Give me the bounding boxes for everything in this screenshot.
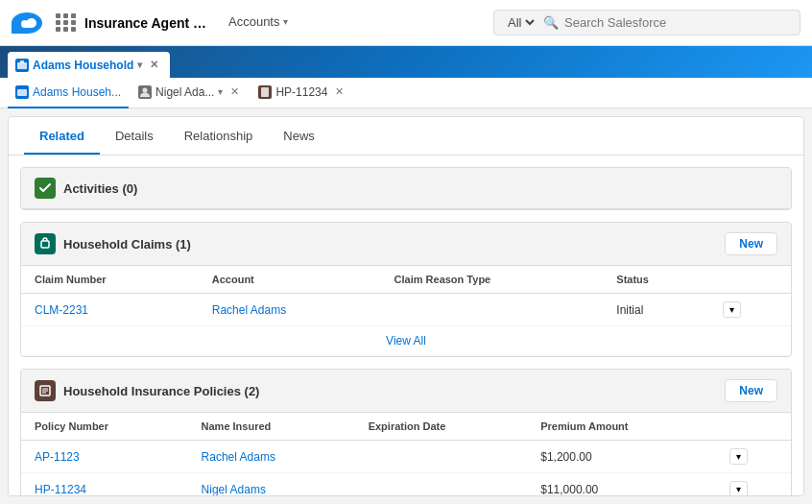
activities-section: Activities (0)	[20, 167, 792, 210]
household-insurance-policies-section: Household Insurance Policies (2) New Pol…	[20, 369, 792, 496]
household-claims-title: Household Claims (1)	[63, 237, 725, 252]
col-name-insured: Name Insured	[188, 413, 355, 441]
household-insurance-policies-new-button[interactable]: New	[725, 379, 777, 402]
svg-rect-1	[17, 62, 27, 69]
sub-tab-adams-household-label: Adams Househ...	[33, 85, 121, 99]
sub-tab-policy-icon	[258, 85, 272, 99]
table-row: HP-11234 Nigel Adams $11,000.00 ▾	[21, 473, 791, 497]
policy-premium-amount-0: $1,200.00	[527, 441, 716, 473]
household-claims-new-button[interactable]: New	[725, 232, 777, 255]
svg-rect-4	[17, 89, 27, 96]
nav-tab-accounts-chevron: ▾	[283, 16, 288, 27]
tab-related[interactable]: Related	[24, 117, 100, 155]
policy-number-link-0[interactable]: AP-1123	[35, 450, 80, 464]
sub-tab-hp-11234-close[interactable]: ✕	[333, 85, 346, 98]
svg-rect-8	[261, 87, 269, 97]
household-claims-section: Household Claims (1) New Claim Number Ac…	[20, 222, 792, 357]
policy-name-insured-link-1[interactable]: Nigel Adams	[202, 483, 266, 496]
claim-account-link[interactable]: Rachel Adams	[212, 303, 286, 317]
table-row: AP-1123 Rachel Adams $1,200.00 ▾	[21, 441, 791, 473]
claim-number-link[interactable]: CLM-2231	[35, 303, 88, 317]
household-insurance-policies-header: Household Insurance Policies (2) New	[21, 370, 791, 413]
table-row: CLM-2231 Rachel Adams Initial ▾	[21, 294, 791, 326]
sub-tab-person-icon	[138, 85, 152, 99]
activities-title: Activities (0)	[63, 181, 777, 196]
tab-relationship[interactable]: Relationship	[169, 117, 269, 155]
col-status: Status	[603, 266, 709, 294]
record-tab-close[interactable]: ✕	[148, 59, 160, 71]
sub-tab-adams-household[interactable]: Adams Househ...	[8, 78, 129, 108]
sub-tab-nigel-adams[interactable]: Nigel Ada... ▾ ✕	[131, 78, 249, 108]
sub-tab-household-icon	[15, 85, 29, 99]
content-tabs: Related Details Relationship News	[9, 117, 803, 156]
policy-number-link-1[interactable]: HP-11234	[35, 483, 86, 496]
sub-tab-hp-11234-label: HP-11234	[275, 85, 327, 99]
policy-expiration-date-1	[355, 473, 528, 497]
search-bar: All 🔍	[493, 10, 800, 36]
top-navigation: Insurance Agent C... Accounts ▾ All 🔍	[0, 0, 812, 46]
activities-header: Activities (0)	[21, 168, 791, 209]
policy-name-insured-link-0[interactable]: Rachel Adams	[202, 450, 275, 464]
tab-details[interactable]: Details	[100, 117, 169, 155]
search-scope-select[interactable]: All	[504, 14, 537, 31]
col-account: Account	[199, 266, 381, 294]
sub-tab-nigel-adams-label: Nigel Ada...	[155, 85, 214, 99]
col-claim-reason-type: Claim Reason Type	[381, 266, 604, 294]
claim-reason-type	[381, 294, 604, 326]
household-claims-view-all-row: View All	[21, 326, 791, 356]
household-claims-icon	[35, 233, 56, 254]
col-actions	[709, 266, 791, 294]
svg-point-6	[143, 87, 148, 92]
sub-tabs-bar: Adams Househ... Nigel Ada... ▾ ✕ HP-1123…	[0, 78, 812, 108]
nav-tab-accounts[interactable]: Accounts ▾	[219, 0, 298, 46]
record-tab-adams-household-label: Adams Household	[33, 59, 133, 72]
waffle-icon[interactable]	[56, 13, 75, 33]
nav-tab-accounts-label: Accounts	[228, 14, 279, 29]
household-claims-header: Household Claims (1) New	[21, 223, 791, 266]
col-claim-number: Claim Number	[21, 266, 199, 294]
tab-news[interactable]: News	[268, 117, 330, 155]
col-premium-amount: Premium Amount	[527, 413, 716, 441]
col-actions-2	[716, 413, 791, 441]
policy-row-dropdown-0[interactable]: ▾	[729, 448, 748, 465]
svg-rect-9	[41, 241, 49, 248]
svg-rect-2	[20, 60, 24, 63]
activities-icon	[35, 178, 56, 199]
policy-expiration-date-0	[355, 441, 528, 473]
col-policy-number: Policy Number	[21, 413, 188, 441]
record-tabs-bar: Adams Household ▾ ✕	[0, 46, 812, 78]
household-claims-view-all-link[interactable]: View All	[386, 334, 426, 348]
policy-row-dropdown-1[interactable]: ▾	[729, 481, 748, 496]
sub-tab-nigel-chevron: ▾	[218, 86, 223, 97]
household-insurance-policies-title: Household Insurance Policies (2)	[63, 384, 725, 398]
main-content: Related Details Relationship News Activi…	[0, 108, 812, 504]
household-insurance-policies-icon	[35, 380, 56, 401]
col-expiration-date: Expiration Date	[355, 413, 528, 441]
household-claims-table: Claim Number Account Claim Reason Type S…	[21, 266, 791, 356]
claim-row-dropdown[interactable]: ▾	[723, 301, 741, 318]
search-icon: 🔍	[543, 15, 559, 30]
tab-household-icon	[15, 59, 29, 72]
record-tab-adams-household[interactable]: Adams Household ▾ ✕	[8, 52, 170, 78]
sub-tab-hp-11234[interactable]: HP-11234 ✕	[251, 78, 353, 108]
policy-premium-amount-1: $11,000.00	[527, 473, 716, 497]
salesforce-logo	[12, 12, 42, 34]
claim-status: Initial	[603, 294, 709, 326]
app-name: Insurance Agent C...	[84, 15, 209, 31]
search-input[interactable]	[564, 15, 756, 30]
record-tab-chevron: ▾	[137, 60, 142, 70]
household-insurance-policies-table: Policy Number Name Insured Expiration Da…	[21, 413, 791, 496]
content-area: Related Details Relationship News Activi…	[8, 116, 804, 496]
sub-tab-nigel-close[interactable]: ✕	[228, 85, 241, 98]
